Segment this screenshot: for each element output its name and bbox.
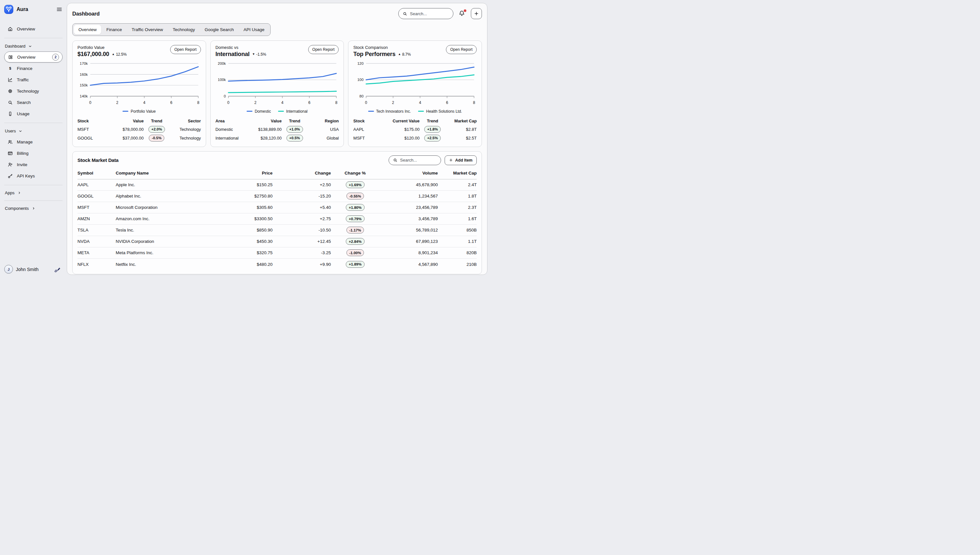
stock-market-card: Stock Market Data Add Item SymbolCompany… [72,151,482,274]
change-pct-pill: +1.89% [346,261,364,268]
legend-item: Health Solutions Ltd. [418,109,462,114]
trend-pill: +1.0% [286,126,303,133]
table-row[interactable]: MSFT$120.00+2.5%$2.5T [353,134,477,143]
table-search-input[interactable] [400,158,437,162]
sidebar-item-technology[interactable]: Technology [4,85,63,96]
card-headline: $167,000.00 ▲12.5% [77,51,127,58]
search-input[interactable] [410,11,449,16]
table-row[interactable]: TSLA Tesla Inc. $850.90 -10.50 -1.17% 56… [77,225,477,236]
table-row[interactable]: GOOGL$37,000.00-0.5%Technology [77,134,201,143]
users-icon [8,139,13,145]
sidebar: Aura Overview DashboardOverview2$Finance… [0,0,67,278]
table-cell: USA [307,127,339,132]
cell-symbol: GOOGL [77,194,116,199]
main-panel: Dashboard OverviewFinanceTraffic Overvie… [67,3,488,275]
change-pct-pill: +0.79% [346,215,364,222]
cell-price: $150.25 [224,182,272,187]
sidebar-item-finance[interactable]: $Finance [4,63,63,74]
search-icon [8,100,13,105]
cell-company: Tesla Inc. [116,228,224,233]
cell-market-cap: 2.4T [438,182,477,187]
tab-technology[interactable]: Technology [168,25,199,34]
cell-price: $305.60 [224,205,272,210]
legend-swatch [368,111,374,112]
table-cell: $138,889.00 [243,127,282,132]
open-report-button[interactable]: Open Report [308,45,339,54]
cell-company: Microsoft Corporation [116,205,224,210]
stock-market-title: Stock Market Data [77,157,119,163]
sidebar-link-components[interactable]: Components [5,206,63,211]
legend-item: Portfolio Value [122,109,156,114]
notifications-button[interactable] [458,10,466,18]
section-header-dashboard[interactable]: Dashboard [5,44,63,48]
sidebar-item-overview[interactable]: Overview2 [4,51,63,63]
table-row[interactable]: AMZN Amazon.com Inc. $3300.50 +2.75 +0.7… [77,213,477,225]
tab-google-search[interactable]: Google Search [200,25,238,34]
table-cell: $28,120.00 [243,136,282,141]
market-table-header: SymbolCompany NamePriceChangeChange %Vol… [77,167,477,180]
cell-price: $320.75 [224,250,272,255]
credit-card-icon [8,151,13,156]
user-profile[interactable]: J John Smith [4,265,63,274]
change-pct-pill: +2.84% [346,238,364,245]
table-cell: International [216,136,243,141]
section-header-users[interactable]: Users [5,128,63,133]
sidebar-link-apps[interactable]: Apps [5,190,63,195]
svg-text:0: 0 [89,100,92,105]
tab-api-usage[interactable]: API Usage [239,25,269,34]
global-search[interactable] [398,8,454,19]
divider [4,38,63,38]
legend-swatch [418,111,424,112]
table-cell: Domestic [216,127,243,132]
table-cell: Technology [169,136,201,141]
cell-change: -15.20 [272,194,331,199]
cell-volume: 23,456,789 [380,205,438,210]
sidebar-item-api-keys[interactable]: API Keys [4,170,63,181]
table-row[interactable]: META Meta Platforms Inc. $320.75 -3.25 -… [77,247,477,259]
sidebar-item-traffic[interactable]: Traffic [4,74,63,85]
table-row[interactable]: GOOGL Alphabet Inc. $2750.80 -15.20 -0.5… [77,191,477,202]
cell-price: $3300.50 [224,216,272,221]
cell-price: $850.90 [224,228,272,233]
cell-volume: 67,890,123 [380,239,438,244]
sidebar-item-billing[interactable]: Billing [4,148,63,159]
cell-change: -10.50 [272,228,331,233]
card-table: StockValueTrendSectorMSFT$78,000.00+2.0%… [77,117,201,143]
sidebar-item-invite[interactable]: Invite [4,159,63,170]
paintbrush-icon[interactable] [54,266,61,273]
sidebar-item-search[interactable]: Search [4,97,63,108]
table-row[interactable]: AAPL$175.00+1.8%$2.8T [353,125,477,134]
tab-traffic-overview[interactable]: Traffic Overview [127,25,167,34]
add-item-button[interactable]: Add Item [445,156,477,165]
trend-pill: -0.5% [149,135,164,141]
svg-text:120: 120 [357,61,364,66]
table-row[interactable]: AAPL Apple Inc. $150.25 +2.50 +1.69% 45,… [77,180,477,191]
table-row[interactable]: NVDA NVIDIA Corporation $450.30 +12.45 +… [77,236,477,247]
add-button[interactable] [471,8,482,19]
cell-price: $450.30 [224,239,272,244]
table-cell: Technology [169,127,201,132]
table-row[interactable]: Domestic$138,889.00+1.0%USA [216,125,339,134]
sidebar-item-usage[interactable]: Usage [4,108,63,119]
table-row[interactable]: NFLX Netflix Inc. $480.20 +9.90 +1.89% 4… [77,259,477,270]
stock-market-table: SymbolCompany NamePriceChangeChange %Vol… [77,167,477,270]
open-report-button[interactable]: Open Report [446,45,477,54]
sidebar-item-overview[interactable]: Overview [4,23,63,34]
table-row[interactable]: MSFT$78,000.00+2.0%Technology [77,125,201,134]
hamburger-menu-icon[interactable] [56,6,63,13]
trend-arrow-icon: ▼ [252,53,255,56]
legend-swatch [122,111,128,112]
chevron-down-icon [28,44,32,48]
cell-volume: 8,901,234 [380,250,438,255]
legend-swatch [278,111,284,112]
page-title: Dashboard [72,11,100,17]
tab-finance[interactable]: Finance [102,25,126,34]
open-report-button[interactable]: Open Report [170,45,201,54]
tab-overview[interactable]: Overview [74,25,101,34]
table-search[interactable] [389,156,441,165]
table-row[interactable]: MSFT Microsoft Corporation $305.60 +5.40… [77,202,477,213]
table-row[interactable]: International$28,120.00+0.5%Global [216,134,339,143]
home-icon [8,26,13,32]
sidebar-item-manage[interactable]: Manage [4,136,63,148]
change-pct-pill: -1.00% [346,249,364,256]
